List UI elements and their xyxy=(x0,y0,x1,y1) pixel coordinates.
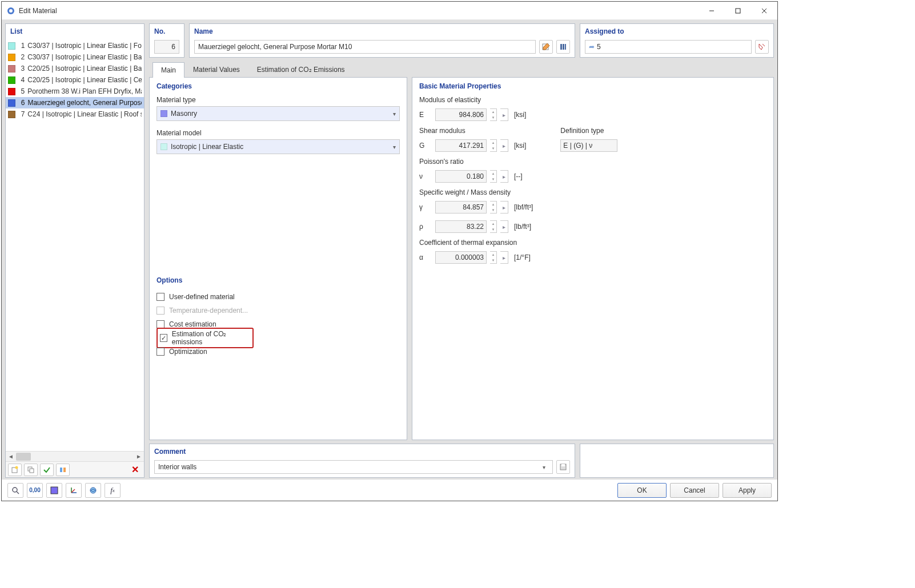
modulus-value[interactable]: 984.806 xyxy=(435,108,487,121)
arrow-right-icon[interactable]: ▸ xyxy=(500,220,508,233)
new-item-button[interactable] xyxy=(8,464,22,476)
chevron-down-icon: ▾ xyxy=(393,144,396,150)
list-item[interactable]: 3C20/25 | Isotropic | Linear Elastic | B… xyxy=(6,63,144,74)
alpha-value[interactable]: 0.000003 xyxy=(435,251,487,264)
scroll-right-icon[interactable]: ► xyxy=(134,452,144,461)
svg-rect-10 xyxy=(60,468,62,472)
shear-row: G 417.291 ▲▼ ▸ [ksi] xyxy=(419,138,526,153)
svg-rect-3 xyxy=(736,9,740,13)
properties-title: Basic Material Properties xyxy=(419,82,766,90)
list-item[interactable]: 1C30/37 | Isotropic | Linear Elastic | F… xyxy=(6,40,144,51)
number-panel: No. 6 xyxy=(149,23,184,58)
units-tool-button[interactable]: 0,00 xyxy=(27,483,43,498)
tab-material-values[interactable]: Material Values xyxy=(184,62,248,77)
options-title: Options xyxy=(156,276,400,284)
arrow-right-icon[interactable]: ▸ xyxy=(500,170,508,183)
spinner[interactable]: ▲▼ xyxy=(490,220,497,233)
shear-value[interactable]: 417.291 xyxy=(435,139,487,152)
assigned-input[interactable]: ➦5 xyxy=(585,40,752,54)
tab-strip: Main Material Values Estimation of CO₂ E… xyxy=(149,61,774,77)
modulus-label: Modulus of elasticity xyxy=(419,96,766,104)
list-panel: List 1C30/37 | Isotropic | Linear Elasti… xyxy=(5,23,145,478)
svg-rect-15 xyxy=(565,44,566,50)
cancel-button[interactable]: Cancel xyxy=(670,483,719,498)
svg-line-16 xyxy=(762,44,765,46)
list-item[interactable]: 5Porotherm 38 W.i Plan EFH Dryfix, Mason… xyxy=(6,86,144,97)
material-list[interactable]: 1C30/37 | Isotropic | Linear Elastic | F… xyxy=(6,40,144,451)
material-type-label: Material type xyxy=(156,96,400,104)
library-button[interactable] xyxy=(556,40,570,54)
option-temperature-dependent: Temperature-dependent... xyxy=(156,304,400,317)
close-button[interactable] xyxy=(751,2,777,19)
spinner[interactable]: ▲▼ xyxy=(490,201,497,214)
svg-rect-9 xyxy=(30,469,34,473)
svg-point-1 xyxy=(9,9,13,13)
material-model-label: Material model xyxy=(156,129,400,137)
tab-main[interactable]: Main xyxy=(152,62,184,78)
gamma-value[interactable]: 84.857 xyxy=(435,201,487,214)
comment-input[interactable]: Interior walls ▾ xyxy=(154,460,553,474)
name-panel: Name Mauerziegel gelocht, General Purpos… xyxy=(189,23,575,58)
no-header: No. xyxy=(150,24,184,40)
scroll-thumb[interactable] xyxy=(16,453,31,461)
rho-row: ρ 83.22 ▲▼ ▸ [lb/ft³] xyxy=(419,219,766,234)
tab-co2-emissions[interactable]: Estimation of CO₂ Emissions xyxy=(248,62,354,77)
pick-assigned-button[interactable] xyxy=(755,40,769,54)
arrow-right-icon[interactable]: ▸ xyxy=(500,251,508,264)
copy-item-button[interactable] xyxy=(24,464,38,476)
chevron-down-icon[interactable]: ▾ xyxy=(539,464,549,470)
check-button[interactable] xyxy=(40,464,54,476)
option-user-defined[interactable]: User-defined material xyxy=(156,290,400,304)
definition-type-value[interactable]: E | (G) | ν xyxy=(560,139,617,152)
spinner[interactable]: ▲▼ xyxy=(490,251,497,264)
maximize-button[interactable] xyxy=(725,2,751,19)
edit-name-button[interactable] xyxy=(539,40,553,54)
sort-button[interactable] xyxy=(56,464,70,476)
scroll-left-icon[interactable]: ◄ xyxy=(6,452,16,461)
list-item[interactable]: 7C24 | Isotropic | Linear Elastic | Roof… xyxy=(6,108,144,120)
window-title: Edit Material xyxy=(19,7,57,15)
svg-line-20 xyxy=(17,492,19,494)
material-type-select[interactable]: Masonry ▾ xyxy=(156,106,400,121)
option-co2-emissions[interactable]: Estimation of CO₂ emissions xyxy=(156,331,400,345)
axes-tool-button[interactable] xyxy=(66,483,82,498)
poisson-row: ν 0.180 ▲▼ ▸ [--] xyxy=(419,169,766,184)
search-tool-button[interactable] xyxy=(7,483,23,498)
svg-rect-11 xyxy=(63,468,66,472)
globe-tool-button[interactable] xyxy=(85,483,101,498)
material-model-select[interactable]: Isotropic | Linear Elastic ▾ xyxy=(156,139,400,154)
svg-point-19 xyxy=(13,488,17,492)
poisson-value[interactable]: 0.180 xyxy=(435,170,487,183)
color-tool-button[interactable] xyxy=(46,483,62,498)
list-header: List xyxy=(6,24,144,40)
rho-value[interactable]: 83.22 xyxy=(435,220,487,233)
definition-type-label: Definition type xyxy=(560,127,617,135)
arrow-right-icon[interactable]: ▸ xyxy=(500,108,508,121)
assigned-header: Assigned to xyxy=(580,24,773,40)
spinner[interactable]: ▲▼ xyxy=(490,108,497,121)
arrow-right-icon[interactable]: ▸ xyxy=(500,139,508,152)
option-optimization[interactable]: Optimization xyxy=(156,345,400,359)
assigned-panel: Assigned to ➦5 xyxy=(580,23,774,58)
comment-panel: Comment Interior walls ▾ xyxy=(149,444,575,478)
horizontal-scrollbar[interactable]: ◄ ► xyxy=(6,451,144,461)
modulus-row: E 984.806 ▲▼ ▸ [ksi] xyxy=(419,107,766,122)
dialog-footer: 0,00 fx OK Cancel Apply xyxy=(2,479,777,501)
minimize-button[interactable] xyxy=(699,2,725,19)
list-item[interactable]: 2C30/37 | Isotropic | Linear Elastic | B… xyxy=(6,51,144,63)
comment-save-button[interactable] xyxy=(556,460,570,474)
formula-tool-button[interactable]: fx xyxy=(105,483,121,498)
categories-title: Categories xyxy=(156,82,400,90)
no-input[interactable]: 6 xyxy=(154,40,179,54)
delete-button[interactable]: ✕ xyxy=(128,464,142,476)
spinner[interactable]: ▲▼ xyxy=(490,170,497,183)
ok-button[interactable]: OK xyxy=(617,483,667,498)
apply-button[interactable]: Apply xyxy=(723,483,772,498)
name-input[interactable]: Mauerziegel gelocht, General Purpose Mor… xyxy=(194,40,536,54)
svg-rect-14 xyxy=(563,44,564,50)
list-item[interactable]: 6Mauerziegel gelocht, General Purpose Mo xyxy=(6,97,144,108)
list-item[interactable]: 4C20/25 | Isotropic | Linear Elastic | C… xyxy=(6,74,144,86)
svg-line-24 xyxy=(71,489,75,493)
spinner[interactable]: ▲▼ xyxy=(490,139,497,152)
arrow-right-icon[interactable]: ▸ xyxy=(500,201,508,214)
